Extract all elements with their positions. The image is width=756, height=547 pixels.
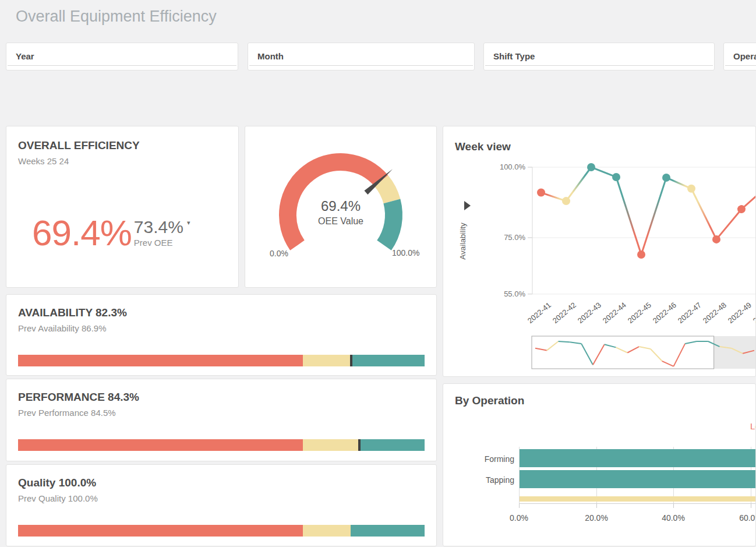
bullet-segment-yellow — [303, 439, 358, 451]
x-tick-label: 2022-41 — [526, 301, 553, 325]
x-tick-label: 2022-50 — [751, 301, 756, 325]
filter-underline — [485, 65, 713, 66]
quality-title: Quality 100.0% — [18, 477, 425, 489]
week-view-card[interactable]: 100.0%75.0%55.0%Availability2022-412022-… — [443, 126, 756, 377]
oee-value: 69.4% — [32, 215, 132, 251]
caret-down-icon: ▾ — [187, 219, 190, 226]
overall-efficiency-card[interactable]: OVERALL EFFICIENCY Weeks 25 24 69.4% 73.… — [6, 126, 239, 288]
by-operation-card[interactable]: By Operation Le 0.0%20.0%40.0%60.0%Formi… — [443, 383, 756, 546]
oee-gauge-card[interactable]: 69.4% OEE Value 0.0% 100.0% — [245, 126, 437, 288]
gauge-band-red — [288, 162, 381, 245]
filter-label: Month — [257, 51, 284, 61]
filter-month[interactable]: Month — [248, 43, 475, 70]
cycle-dimension-icon[interactable] — [464, 201, 471, 210]
filter-operation[interactable]: Operation — [723, 43, 756, 70]
x-tick-label: 2022-45 — [626, 301, 653, 325]
bullet-segment-teal — [351, 525, 425, 537]
data-point-2022-45[interactable] — [637, 250, 645, 259]
y-tick-label: 55.0% — [504, 290, 525, 298]
week-view-title: Week view — [455, 140, 511, 153]
category-label-forming: Forming — [450, 454, 514, 464]
performance-bullet-bar[interactable] — [18, 439, 425, 451]
performance-subtitle: Prev Performance 84.5% — [18, 408, 425, 418]
data-point-2022-41[interactable] — [537, 189, 545, 197]
data-point-2022-46[interactable] — [662, 174, 670, 182]
filter-year[interactable]: Year — [6, 43, 238, 70]
gauge-max-label: 100.0% — [392, 248, 419, 257]
bar-Tapping[interactable] — [520, 470, 756, 488]
gauge-min-label: 0.0% — [270, 249, 288, 258]
bar-partial[interactable] — [520, 496, 756, 502]
x-tick-label: 20.0% — [576, 513, 617, 523]
x-tick-label: 40.0% — [653, 513, 694, 523]
availability-subtitle: Prev Availability 86.9% — [18, 323, 425, 333]
data-point-2022-49[interactable] — [737, 205, 746, 213]
quality-bullet-bar[interactable] — [18, 525, 425, 537]
y-tick-label: 75.0% — [504, 233, 525, 242]
page-title: Overall Equipment Efficiency — [16, 8, 217, 26]
prev-oee-label: Prev OEE — [134, 238, 190, 248]
kpi-value-group: 69.4% 73.4%▾ Prev OEE — [32, 215, 190, 251]
data-point-2022-42[interactable] — [562, 197, 570, 205]
category-label-tapping: Tapping — [450, 475, 514, 485]
filter-shift-type[interactable]: Shift Type — [483, 43, 715, 70]
filter-underline — [725, 65, 756, 66]
availability-card[interactable]: AVAILABILITY 82.3% Prev Availability 86.… — [6, 294, 437, 376]
week-view-chart: 100.0%75.0%55.0%Availability2022-412022-… — [443, 126, 756, 377]
filter-label: Year — [16, 51, 34, 61]
by-operation-legend: Le — [750, 421, 756, 431]
bullet-segment-red — [18, 439, 303, 451]
bullet-segment-teal — [361, 439, 425, 451]
x-tick-label: 2022-46 — [651, 301, 678, 325]
quality-subtitle: Prev Quality 100.0% — [18, 493, 425, 503]
y-axis-label: Availability — [458, 223, 467, 260]
data-point-2022-47[interactable] — [687, 185, 695, 193]
y-tick-label: 100.0% — [500, 163, 526, 171]
overall-efficiency-subtitle: Weeks 25 24 — [18, 156, 227, 166]
overall-efficiency-title: OVERALL EFFICIENCY — [18, 139, 227, 152]
data-point-2022-48[interactable] — [712, 235, 720, 243]
gauge-chart — [245, 126, 437, 288]
x-tick-label: 2022-42 — [551, 301, 578, 325]
bullet-segment-yellow — [303, 355, 350, 366]
filter-underline — [249, 65, 473, 66]
x-tick-label: 60.0% — [730, 513, 756, 523]
data-point-2022-44[interactable] — [612, 173, 620, 181]
x-axis-line — [519, 503, 756, 504]
performance-title: PERFORMANCE 84.3% — [18, 391, 425, 404]
x-tick-label: 2022-44 — [601, 301, 628, 325]
x-tick-label: 0.0% — [499, 513, 539, 523]
bar-Forming[interactable] — [520, 449, 756, 467]
data-point-2022-43[interactable] — [587, 163, 595, 171]
axis-tick — [751, 503, 751, 508]
performance-card[interactable]: PERFORMANCE 84.3% Prev Performance 84.5% — [6, 379, 437, 461]
filter-label: Operation — [733, 51, 756, 61]
bullet-segment-red — [18, 525, 303, 537]
gauge-band-yellow — [381, 181, 392, 202]
bullet-segment-yellow — [303, 525, 351, 537]
prev-oee-value: 73.4% — [134, 217, 183, 237]
qlik-dashboard: { "page": { "title": "Overall Equipment … — [0, 0, 756, 547]
by-operation-title: By Operation — [455, 394, 524, 407]
availability-bullet-bar[interactable] — [18, 355, 425, 366]
x-tick-label: 2022-43 — [576, 301, 603, 325]
bullet-segment-teal — [352, 355, 425, 366]
gauge-band-teal — [384, 201, 394, 245]
x-tick-label: 2022-49 — [726, 301, 753, 325]
axis-tick — [519, 503, 520, 508]
availability-title: AVAILABILITY 82.3% — [18, 306, 425, 319]
bullet-segment-red — [18, 355, 303, 366]
filter-label: Shift Type — [493, 51, 535, 61]
x-tick-label: 2022-47 — [676, 301, 703, 325]
x-tick-label: 2022-48 — [701, 301, 728, 325]
axis-tick — [673, 503, 674, 508]
quality-card[interactable]: Quality 100.0% Prev Quality 100.0% — [6, 464, 437, 546]
filter-underline — [8, 65, 236, 66]
axis-tick — [596, 503, 597, 508]
